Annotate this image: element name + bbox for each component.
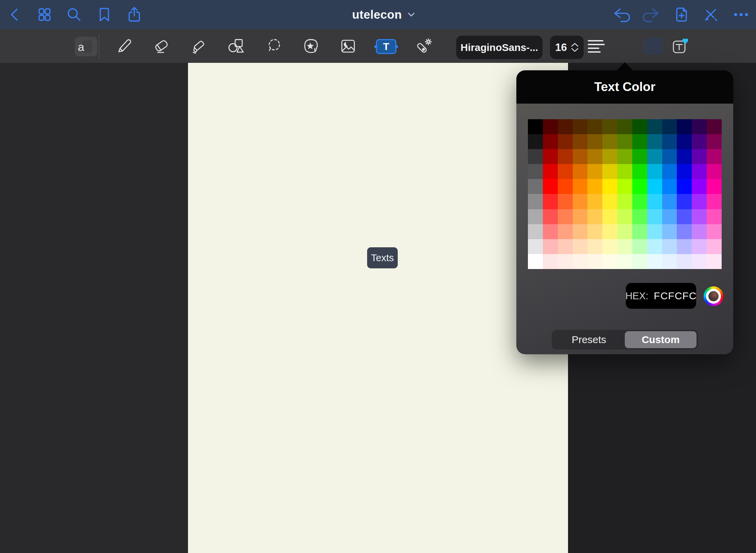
color-swatch[interactable] [647, 119, 662, 134]
color-swatch[interactable] [617, 239, 632, 254]
color-swatch[interactable] [632, 164, 647, 179]
color-swatch[interactable] [528, 239, 543, 254]
color-swatch[interactable] [528, 119, 543, 134]
color-swatch[interactable] [573, 179, 588, 194]
color-swatch[interactable] [543, 134, 558, 149]
color-swatch[interactable] [662, 209, 677, 224]
color-swatch[interactable] [647, 209, 662, 224]
tab-presets[interactable]: Presets [553, 331, 625, 348]
color-swatch[interactable] [528, 254, 543, 269]
color-swatch[interactable] [662, 194, 677, 209]
color-swatch[interactable] [707, 134, 722, 149]
color-swatch[interactable] [647, 149, 662, 164]
color-swatch[interactable] [707, 179, 722, 194]
color-swatch[interactable] [707, 149, 722, 164]
color-swatch[interactable] [543, 224, 558, 239]
color-swatch[interactable] [558, 134, 573, 149]
color-swatch[interactable] [647, 164, 662, 179]
color-swatch[interactable] [677, 209, 692, 224]
tab-custom[interactable]: Custom [625, 331, 697, 348]
color-swatch[interactable] [662, 254, 677, 269]
laser-pointer-button[interactable] [412, 35, 434, 57]
color-swatch[interactable] [662, 149, 677, 164]
color-swatch[interactable] [707, 164, 722, 179]
color-swatch[interactable] [543, 149, 558, 164]
font-family-button[interactable]: HiraginoSans-... [456, 36, 543, 59]
color-swatch[interactable] [543, 254, 558, 269]
color-swatch[interactable] [528, 194, 543, 209]
color-swatch[interactable] [573, 134, 588, 149]
bookmark-button[interactable] [95, 5, 114, 24]
color-swatch[interactable] [707, 209, 722, 224]
color-swatch[interactable] [558, 179, 573, 194]
color-swatch[interactable] [573, 239, 588, 254]
color-swatch[interactable] [558, 254, 573, 269]
thumbnails-button[interactable] [35, 5, 54, 24]
eraser-tool-button[interactable] [151, 35, 172, 57]
hex-field[interactable]: HEX: FCFCFC [626, 283, 696, 309]
color-swatch[interactable] [632, 134, 647, 149]
color-swatch[interactable] [617, 254, 632, 269]
color-swatch[interactable] [573, 254, 588, 269]
highlighter-tool-button[interactable] [188, 35, 210, 57]
reading-mode-button[interactable]: a [75, 37, 97, 56]
color-swatch[interactable] [692, 194, 707, 209]
color-swatch[interactable] [677, 149, 692, 164]
color-swatch[interactable] [662, 179, 677, 194]
color-swatch[interactable] [692, 224, 707, 239]
elements-tool-button[interactable] [300, 35, 322, 57]
color-swatch[interactable] [647, 254, 662, 269]
color-swatch[interactable] [558, 164, 573, 179]
color-swatch[interactable] [692, 149, 707, 164]
color-swatch[interactable] [632, 209, 647, 224]
color-swatch[interactable] [617, 149, 632, 164]
color-swatch[interactable] [647, 134, 662, 149]
color-swatch[interactable] [647, 239, 662, 254]
color-swatch[interactable] [647, 224, 662, 239]
undo-button[interactable] [612, 5, 631, 24]
color-swatch[interactable] [543, 164, 558, 179]
color-swatch[interactable] [632, 224, 647, 239]
color-swatch[interactable] [632, 239, 647, 254]
image-tool-button[interactable] [337, 35, 359, 57]
stylus-toggle-button[interactable] [702, 5, 721, 24]
color-swatch[interactable] [677, 179, 692, 194]
color-swatch[interactable] [617, 134, 632, 149]
color-swatch[interactable] [587, 254, 602, 269]
text-tool-button-selected[interactable]: T [376, 39, 396, 54]
color-swatch[interactable] [617, 194, 632, 209]
share-button[interactable] [125, 5, 144, 24]
color-swatch[interactable] [528, 224, 543, 239]
color-swatch[interactable] [587, 119, 602, 134]
color-swatch[interactable] [662, 119, 677, 134]
color-swatch[interactable] [692, 164, 707, 179]
pen-tool-button[interactable] [114, 35, 135, 57]
color-swatch[interactable] [677, 134, 692, 149]
color-swatch[interactable] [587, 164, 602, 179]
add-page-button[interactable] [672, 5, 691, 24]
more-options-button[interactable] [732, 5, 751, 24]
lasso-tool-button[interactable] [263, 35, 285, 57]
color-swatch[interactable] [558, 209, 573, 224]
color-swatch[interactable] [602, 179, 617, 194]
color-wheel-button[interactable] [704, 286, 723, 306]
favorite-text-style-button[interactable] [669, 35, 691, 57]
color-swatch[interactable] [632, 194, 647, 209]
color-swatch[interactable] [528, 164, 543, 179]
color-swatch[interactable] [587, 194, 602, 209]
color-swatch[interactable] [543, 119, 558, 134]
color-swatch[interactable] [602, 149, 617, 164]
color-swatch[interactable] [543, 239, 558, 254]
color-swatch[interactable] [602, 194, 617, 209]
color-swatch[interactable] [587, 179, 602, 194]
color-swatch[interactable] [602, 164, 617, 179]
color-swatch[interactable] [587, 239, 602, 254]
color-swatch[interactable] [573, 164, 588, 179]
color-swatch[interactable] [677, 119, 692, 134]
font-size-stepper[interactable]: 16 [550, 36, 584, 59]
shapes-tool-button[interactable] [225, 35, 247, 57]
color-swatch[interactable] [632, 254, 647, 269]
color-swatch[interactable] [558, 239, 573, 254]
color-swatch[interactable] [692, 254, 707, 269]
color-swatch[interactable] [707, 224, 722, 239]
